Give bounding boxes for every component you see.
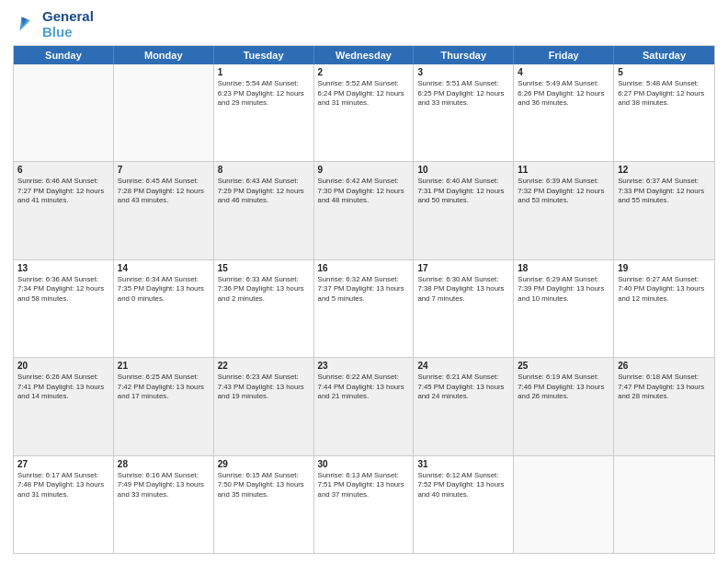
- cell-detail: Sunrise: 6:17 AM Sunset: 7:48 PM Dayligh…: [17, 471, 109, 500]
- logo-text-line2: Blue: [42, 25, 94, 40]
- calendar-cell: 24Sunrise: 6:21 AM Sunset: 7:45 PM Dayli…: [414, 358, 514, 454]
- day-number: 3: [417, 67, 509, 77]
- calendar-cell: 2Sunrise: 5:52 AM Sunset: 6:24 PM Daylig…: [314, 64, 415, 161]
- header: General Blue: [13, 9, 715, 40]
- cell-detail: Sunrise: 6:22 AM Sunset: 7:44 PM Dayligh…: [318, 373, 410, 402]
- day-number: 29: [218, 459, 310, 469]
- calendar-cell: [114, 64, 214, 161]
- day-number: 27: [17, 459, 109, 469]
- calendar-cell: 16Sunrise: 6:32 AM Sunset: 7:37 PM Dayli…: [314, 260, 415, 357]
- calendar-cell: 9Sunrise: 6:42 AM Sunset: 7:30 PM Daylig…: [314, 162, 415, 259]
- calendar-body: 1Sunrise: 5:54 AM Sunset: 6:23 PM Daylig…: [14, 64, 714, 553]
- calendar-header-cell: Sunday: [14, 46, 114, 64]
- cell-detail: Sunrise: 6:34 AM Sunset: 7:35 PM Dayligh…: [118, 275, 210, 304]
- calendar-cell: 26Sunrise: 6:18 AM Sunset: 7:47 PM Dayli…: [614, 358, 714, 454]
- calendar-header-cell: Monday: [114, 46, 214, 64]
- calendar-cell: 6Sunrise: 6:46 AM Sunset: 7:27 PM Daylig…: [14, 162, 114, 259]
- day-number: 10: [417, 165, 509, 175]
- calendar-cell: 3Sunrise: 5:51 AM Sunset: 6:25 PM Daylig…: [414, 64, 514, 161]
- calendar-cell: 7Sunrise: 6:45 AM Sunset: 7:28 PM Daylig…: [114, 162, 214, 259]
- calendar-cell: [514, 456, 614, 553]
- cell-detail: Sunrise: 5:48 AM Sunset: 6:27 PM Dayligh…: [618, 79, 711, 109]
- cell-detail: Sunrise: 6:27 AM Sunset: 7:40 PM Dayligh…: [618, 275, 711, 304]
- day-number: 5: [618, 67, 711, 77]
- calendar: SundayMondayTuesdayWednesdayThursdayFrid…: [13, 45, 715, 554]
- calendar-row: 20Sunrise: 6:26 AM Sunset: 7:41 PM Dayli…: [14, 357, 714, 454]
- calendar-header-cell: Saturday: [614, 46, 714, 64]
- calendar-header-cell: Tuesday: [214, 46, 314, 64]
- calendar-header-cell: Friday: [514, 46, 614, 64]
- day-number: 6: [17, 165, 109, 175]
- day-number: 11: [518, 165, 609, 175]
- calendar-cell: 12Sunrise: 6:37 AM Sunset: 7:33 PM Dayli…: [614, 162, 714, 259]
- calendar-cell: 21Sunrise: 6:25 AM Sunset: 7:42 PM Dayli…: [114, 358, 214, 454]
- calendar-cell: 31Sunrise: 6:12 AM Sunset: 7:52 PM Dayli…: [414, 456, 514, 553]
- day-number: 12: [618, 165, 711, 175]
- day-number: 30: [318, 459, 410, 469]
- day-number: 4: [518, 67, 609, 77]
- cell-detail: Sunrise: 6:43 AM Sunset: 7:29 PM Dayligh…: [218, 177, 310, 206]
- cell-detail: Sunrise: 6:29 AM Sunset: 7:39 PM Dayligh…: [518, 275, 609, 304]
- day-number: 26: [618, 361, 711, 371]
- calendar-cell: 1Sunrise: 5:54 AM Sunset: 6:23 PM Daylig…: [214, 64, 314, 161]
- calendar-cell: 30Sunrise: 6:13 AM Sunset: 7:51 PM Dayli…: [314, 456, 415, 553]
- cell-detail: Sunrise: 6:32 AM Sunset: 7:37 PM Dayligh…: [318, 275, 410, 304]
- cell-detail: Sunrise: 6:33 AM Sunset: 7:36 PM Dayligh…: [218, 275, 310, 304]
- logo: General Blue: [13, 9, 94, 40]
- calendar-row: 6Sunrise: 6:46 AM Sunset: 7:27 PM Daylig…: [14, 161, 714, 259]
- cell-detail: Sunrise: 6:16 AM Sunset: 7:49 PM Dayligh…: [118, 471, 210, 500]
- day-number: 21: [118, 361, 210, 371]
- calendar-cell: 25Sunrise: 6:19 AM Sunset: 7:46 PM Dayli…: [514, 358, 614, 454]
- cell-detail: Sunrise: 6:30 AM Sunset: 7:38 PM Dayligh…: [417, 275, 509, 304]
- day-number: 24: [417, 361, 509, 371]
- calendar-cell: 8Sunrise: 6:43 AM Sunset: 7:29 PM Daylig…: [214, 162, 314, 259]
- calendar-row: 27Sunrise: 6:17 AM Sunset: 7:48 PM Dayli…: [14, 455, 714, 553]
- day-number: 2: [318, 67, 410, 77]
- calendar-cell: 4Sunrise: 5:49 AM Sunset: 6:26 PM Daylig…: [514, 64, 614, 161]
- calendar-cell: 23Sunrise: 6:22 AM Sunset: 7:44 PM Dayli…: [314, 358, 415, 454]
- cell-detail: Sunrise: 6:26 AM Sunset: 7:41 PM Dayligh…: [17, 373, 109, 402]
- day-number: 20: [17, 361, 109, 371]
- cell-detail: Sunrise: 5:52 AM Sunset: 6:24 PM Dayligh…: [318, 79, 410, 109]
- calendar-cell: [14, 64, 114, 161]
- day-number: 13: [17, 263, 109, 273]
- calendar-cell: 11Sunrise: 6:39 AM Sunset: 7:32 PM Dayli…: [514, 162, 614, 259]
- day-number: 7: [118, 165, 210, 175]
- calendar-row: 13Sunrise: 6:36 AM Sunset: 7:34 PM Dayli…: [14, 259, 714, 357]
- calendar-cell: 29Sunrise: 6:15 AM Sunset: 7:50 PM Dayli…: [214, 456, 314, 553]
- day-number: 23: [318, 361, 410, 371]
- cell-detail: Sunrise: 6:15 AM Sunset: 7:50 PM Dayligh…: [218, 471, 310, 500]
- cell-detail: Sunrise: 6:12 AM Sunset: 7:52 PM Dayligh…: [417, 471, 509, 500]
- cell-detail: Sunrise: 6:23 AM Sunset: 7:43 PM Dayligh…: [218, 373, 310, 402]
- cell-detail: Sunrise: 5:54 AM Sunset: 6:23 PM Dayligh…: [218, 79, 310, 109]
- calendar-cell: [614, 456, 714, 553]
- day-number: 15: [218, 263, 310, 273]
- day-number: 22: [218, 361, 310, 371]
- cell-detail: Sunrise: 6:42 AM Sunset: 7:30 PM Dayligh…: [318, 177, 410, 206]
- calendar-header: SundayMondayTuesdayWednesdayThursdayFrid…: [14, 46, 714, 64]
- calendar-cell: 28Sunrise: 6:16 AM Sunset: 7:49 PM Dayli…: [114, 456, 214, 553]
- calendar-cell: 19Sunrise: 6:27 AM Sunset: 7:40 PM Dayli…: [614, 260, 714, 357]
- calendar-header-cell: Thursday: [414, 46, 514, 64]
- cell-detail: Sunrise: 6:45 AM Sunset: 7:28 PM Dayligh…: [118, 177, 210, 206]
- cell-detail: Sunrise: 6:13 AM Sunset: 7:51 PM Dayligh…: [318, 471, 410, 500]
- cell-detail: Sunrise: 6:18 AM Sunset: 7:47 PM Dayligh…: [618, 373, 711, 402]
- calendar-row: 1Sunrise: 5:54 AM Sunset: 6:23 PM Daylig…: [14, 64, 714, 161]
- cell-detail: Sunrise: 5:49 AM Sunset: 6:26 PM Dayligh…: [518, 79, 609, 109]
- day-number: 17: [417, 263, 509, 273]
- calendar-cell: 18Sunrise: 6:29 AM Sunset: 7:39 PM Dayli…: [514, 260, 614, 357]
- calendar-cell: 5Sunrise: 5:48 AM Sunset: 6:27 PM Daylig…: [614, 64, 714, 161]
- page: General Blue SundayMondayTuesdayWednesda…: [0, 0, 728, 563]
- cell-detail: Sunrise: 6:39 AM Sunset: 7:32 PM Dayligh…: [518, 177, 609, 206]
- calendar-cell: 22Sunrise: 6:23 AM Sunset: 7:43 PM Dayli…: [214, 358, 314, 454]
- cell-detail: Sunrise: 6:40 AM Sunset: 7:31 PM Dayligh…: [417, 177, 509, 206]
- cell-detail: Sunrise: 6:21 AM Sunset: 7:45 PM Dayligh…: [417, 373, 509, 402]
- calendar-cell: 20Sunrise: 6:26 AM Sunset: 7:41 PM Dayli…: [14, 358, 114, 454]
- day-number: 16: [318, 263, 410, 273]
- cell-detail: Sunrise: 5:51 AM Sunset: 6:25 PM Dayligh…: [417, 79, 509, 109]
- calendar-cell: 14Sunrise: 6:34 AM Sunset: 7:35 PM Dayli…: [114, 260, 214, 357]
- logo-text-line1: General: [42, 9, 94, 25]
- day-number: 28: [118, 459, 210, 469]
- cell-detail: Sunrise: 6:19 AM Sunset: 7:46 PM Dayligh…: [518, 373, 609, 402]
- calendar-cell: 10Sunrise: 6:40 AM Sunset: 7:31 PM Dayli…: [414, 162, 514, 259]
